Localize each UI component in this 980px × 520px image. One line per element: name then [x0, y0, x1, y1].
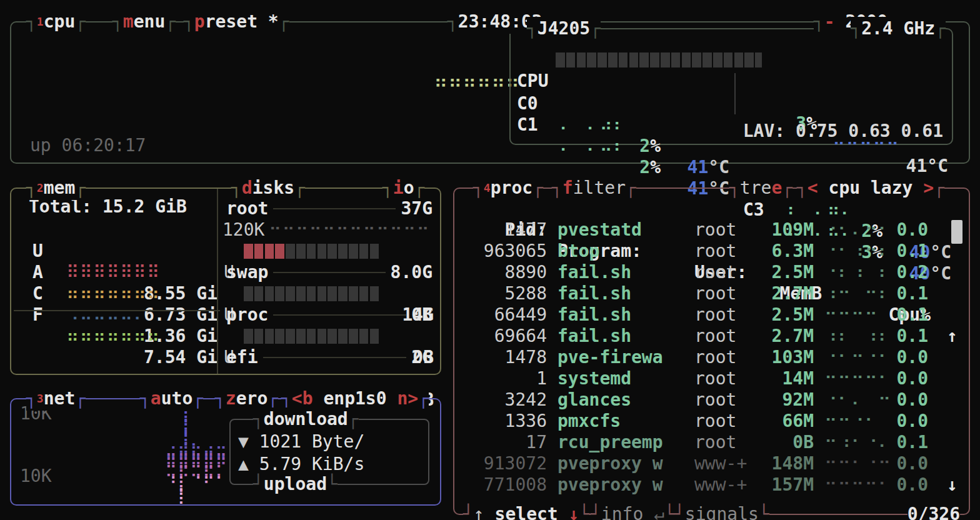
mem-panel: 2mem disks io Total: 15.2 GiB U ⠿⠿⠿⠿⠿⠿⠿ …	[10, 188, 441, 375]
sort-prev-icon[interactable]: <	[808, 176, 818, 200]
sort-mode: cpu lazy	[829, 176, 913, 200]
signals-button[interactable]: signals	[674, 502, 769, 520]
disk-root-header: root37G	[226, 198, 432, 219]
disk-swap-meter	[244, 286, 380, 301]
select-control[interactable]: ↑ select ↓	[463, 502, 589, 520]
disk-proc-used-row: U 0B	[11, 326, 442, 347]
process-row[interactable]: 913072pveproxy wwww-+148M⠒⠒⠂⠐⠒0.0	[454, 453, 948, 474]
net-next-button[interactable]: n>	[397, 387, 418, 411]
cpu-frequency: 2.4 GHz	[851, 17, 946, 41]
process-row[interactable]: 1systemdroot14M⠒⠒⠒⠒⠂0.0	[454, 368, 948, 389]
process-row[interactable]: 1336pmxcfsroot66M⠒⠒⠐⠂⠀0.0	[454, 411, 948, 432]
select-up-icon[interactable]: ↑	[474, 502, 484, 520]
net-scale-bottom: 10K	[20, 466, 52, 487]
tree-button[interactable]: tree	[729, 176, 792, 200]
core-row-c1: C1 ⠄⠀⠄⠤⠆ 2% 41°C C3 ⠄⠀⠄⠦⠄ 3% 40°C	[511, 93, 952, 114]
net-box-hotkey: 3	[37, 387, 44, 411]
core-row-c0: C0 ⠄⠀⠄⠴⠆ 2% 41°C C2 ⠆⠀⠄⠶⠄ 2% 40°C	[511, 72, 952, 93]
selected-count: 0/326	[908, 502, 960, 520]
core-graph: ⠄⠀⠄⠤⠆	[559, 136, 627, 157]
disk-root-io: 120K	[222, 219, 264, 241]
process-row[interactable]: 1477pvestatdroot109M⠐⠂⠄⠒⠂0.0	[454, 219, 948, 241]
io-toggle[interactable]: io	[382, 176, 424, 200]
mem-box-title[interactable]: 2mem	[26, 176, 86, 200]
cpu-total-temp: 41°C	[886, 156, 948, 177]
net-auto-button[interactable]: auto	[140, 387, 203, 411]
disk-root-meter	[244, 244, 380, 259]
process-row[interactable]: 1478pve-firewaroot103M⠐⠂⠒⠐⠂0.0	[454, 347, 948, 368]
sort-next-icon[interactable]: >	[923, 176, 934, 200]
disk-root-io-graph: ⠒⠒⠒⠒⠒⠒⠒⠒⠒⠒⠒⠒	[269, 219, 430, 241]
process-row[interactable]: 3242glancesroot92M⠐⠂⠄⠀⠒0.0	[454, 389, 948, 411]
net-panel: 3net auto zero <b enp1s0 n> 10K 10K ⠀⢰⠀⠀…	[10, 398, 441, 506]
mem-box-hotkey: 2	[37, 176, 44, 200]
sort-selector[interactable]: < cpu lazy >	[797, 176, 944, 200]
disk-swap-header: swap8.0G	[226, 262, 432, 283]
process-row[interactable]: 66449fail.shroot2.5M⠒⠒⠒⠒⠀0.1	[454, 304, 948, 326]
info-button[interactable]: info ↵	[591, 502, 675, 520]
disk-root-used-row: U 14G	[11, 241, 442, 262]
process-row[interactable]: 771008pveproxy wwww-+157M⠒⠒⠒⠒⠂0.0	[454, 474, 948, 496]
interval-decrease-button[interactable]: -	[824, 10, 835, 34]
disk-proc-meter	[244, 329, 380, 344]
load-average: LAV: 0.75 0.63 0.61	[743, 121, 943, 142]
process-row[interactable]: 69664fail.shroot2.7M⠰⠆⠀⠰⠆0.1	[454, 326, 948, 347]
upload-speed: ▲ 5.79 KiB/s	[238, 454, 364, 475]
download-label: download	[253, 408, 359, 431]
upload-label: upload	[253, 472, 338, 496]
process-row[interactable]: 8890fail.shroot2.5M⠐⠆⠰⠀⠆0.2	[454, 262, 948, 283]
cpu-box-title[interactable]: 1cpu	[26, 10, 86, 34]
scroll-up-icon[interactable]: ↑	[947, 326, 958, 347]
disks-toggle[interactable]: disks	[231, 176, 305, 200]
cpu-total-row: CPU 3% ⠒⠒⠒⠒⠒ 41°C	[511, 49, 952, 71]
download-speed: ▼ 1021 Byte/	[238, 431, 364, 452]
scroll-down-icon[interactable]: ↓	[947, 474, 958, 496]
uptime: up 06:20:17	[30, 135, 146, 156]
select-down-icon[interactable]: ↓	[569, 502, 579, 520]
proc-panel: 4proc filter tree < cpu lazy > Pid: Prog…	[453, 188, 970, 515]
process-row[interactable]: 5288fail.shroot2.7M⠰⠒⠀⠒⠆0.1	[454, 283, 948, 304]
process-row[interactable]: 963065btoproot6.3M⠐⠂⠰⠒⠆0.1	[454, 241, 948, 262]
net-graph: ⠀⢰⠀⠀⠀⠀⢸⠀⠀⠀⠀⢸⡀⠀⠀⣐⣾⣖⣴⣒⠿⣿⠿⣿⠿⠭⠯⠭⠯⠅⠘⡇⠈⠋⠁⠀⡇⠀⠀⠀	[165, 408, 228, 501]
disk-swap-used-row: U 0B	[11, 283, 442, 304]
cpu-total-meter	[556, 52, 762, 68]
net-box-title[interactable]: 3net	[26, 387, 86, 411]
cpu-detail-panel: J4205 2.4 GHz CPU 3% ⠒⠒⠒⠒⠒ 41°C C0 ⠄⠀⠄⠴⠆…	[509, 28, 953, 145]
filter-button[interactable]: filter	[552, 176, 636, 200]
disk-efi-header: efi2G	[226, 347, 432, 368]
core-label: C1	[517, 114, 538, 136]
disk-proc-header: proc0B	[226, 304, 432, 326]
mem-cached-graph: ⠠⠤⠤⠤⠤⠄⠀	[66, 304, 161, 326]
scrollbar-thumb[interactable]	[951, 220, 962, 244]
process-row[interactable]: 17rcu_preemproot0B⠒⠰⠂⠐⠄0.1	[454, 432, 948, 453]
cpu-model: J4205	[527, 17, 601, 41]
enter-icon: ↵	[654, 502, 664, 520]
cpu-history-graph: ⠶⠶⠶⠶⠶⠶	[434, 71, 520, 92]
mem-row-used: U ⠿⠿⠿⠿⠿⠿⠿ 8.55 Gi	[11, 219, 227, 241]
proc-box-hotkey: 4	[484, 176, 491, 200]
proc-box-title[interactable]: 4proc	[473, 176, 543, 200]
menu-button[interactable]: menu	[112, 10, 176, 34]
cpu-box-hotkey: 1	[37, 10, 44, 34]
upload-arrow-icon: ▲	[238, 454, 249, 474]
net-speed-panel: download ▼ 1021 Byte/ ▲ 5.79 KiB/s uploa…	[229, 419, 429, 485]
download-arrow-icon: ▼	[238, 431, 249, 452]
preset-button[interactable]: preset *	[184, 10, 289, 34]
cpu-panel: 1cpu menu preset * 23:48:02 - 2000ms + ⠶…	[10, 21, 970, 164]
proc-table-header: Pid: Program: User: MemB Cpu% ↑	[454, 198, 969, 219]
